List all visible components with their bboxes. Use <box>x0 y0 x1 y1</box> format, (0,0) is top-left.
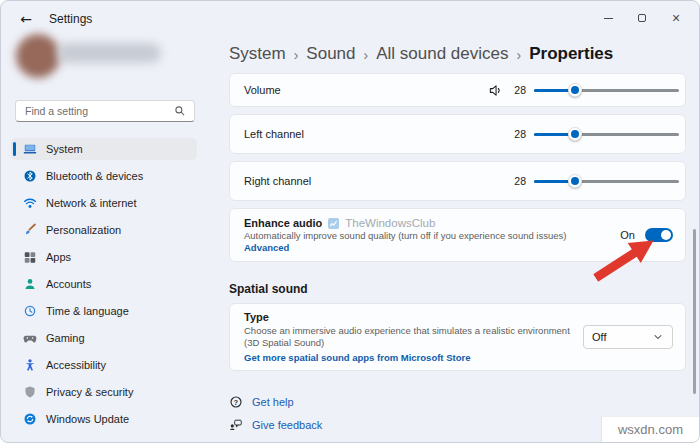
spatial-sound-type-row: Type Choose an immersive audio experienc… <box>229 303 686 371</box>
sidebar-item-label: Windows Update <box>46 413 129 425</box>
minimize-button[interactable] <box>591 1 625 35</box>
search-input[interactable] <box>16 105 174 117</box>
sidebar-item-label: Network & internet <box>46 197 136 209</box>
paintbrush-icon <box>23 223 37 237</box>
give-feedback-label: Give feedback <box>252 419 322 431</box>
page-title: Properties <box>529 44 613 64</box>
microsoft-store-link[interactable]: Get more spatial sound apps from Microso… <box>244 352 579 363</box>
search-icon <box>174 105 186 117</box>
back-button[interactable]: ← <box>15 8 37 30</box>
bluetooth-icon <box>23 169 37 183</box>
back-arrow-icon: ← <box>20 11 32 27</box>
breadcrumb-all-sound-devices[interactable]: All sound devices <box>376 44 508 64</box>
breadcrumb-sound[interactable]: Sound <box>306 44 355 64</box>
sidebar-item-label: Apps <box>46 251 71 263</box>
sidebar-item-time-language[interactable]: Time & language <box>11 300 197 322</box>
minimize-icon <box>604 18 613 19</box>
chevron-down-icon <box>652 331 664 343</box>
enhance-audio-description: Automatically improve sound quality (tur… <box>244 230 566 241</box>
sidebar-item-label: Accessibility <box>46 359 106 371</box>
sidebar-item-gaming[interactable]: Gaming <box>11 327 197 349</box>
update-icon <box>23 412 37 426</box>
speaker-icon[interactable] <box>488 83 503 98</box>
system-icon <box>23 142 37 156</box>
sidebar-item-accounts[interactable]: Accounts <box>11 273 197 295</box>
left-channel-label: Left channel <box>244 128 304 140</box>
sidebar: System Bluetooth & devices Network & int… <box>1 37 213 442</box>
vertical-scrollbar[interactable] <box>693 229 696 394</box>
enhance-audio-label: Enhance audio <box>244 217 322 229</box>
window-controls: × <box>591 1 693 35</box>
main-content: System › Sound › All sound devices › Pro… <box>229 37 686 432</box>
sidebar-item-label: Time & language <box>46 305 129 317</box>
titlebar: ← Settings × <box>1 1 699 37</box>
clock-icon <box>23 304 37 318</box>
thewindowsclub-watermark: TheWindowsClub <box>345 217 435 229</box>
svg-text:?: ? <box>234 399 238 406</box>
left-channel-value: 28 <box>511 128 526 140</box>
dropdown-value: Off <box>592 331 606 343</box>
apps-icon <box>23 250 37 264</box>
maximize-button[interactable] <box>625 1 659 35</box>
spatial-sound-header: Spatial sound <box>229 282 686 296</box>
wifi-icon <box>23 196 37 210</box>
chevron-right-icon: › <box>294 46 299 63</box>
type-label: Type <box>244 311 579 323</box>
sidebar-item-system[interactable]: System <box>11 138 197 160</box>
volume-label: Volume <box>244 84 281 96</box>
left-channel-slider[interactable] <box>534 127 679 141</box>
chevron-right-icon: › <box>517 46 522 63</box>
advanced-link[interactable]: Advanced <box>244 242 566 253</box>
chevron-right-icon: › <box>364 46 369 63</box>
sidebar-item-windows-update[interactable]: Windows Update <box>11 408 197 430</box>
sidebar-item-label: Privacy & security <box>46 386 133 398</box>
search-box[interactable] <box>15 100 195 122</box>
sidebar-item-label: System <box>46 143 83 155</box>
sidebar-item-apps[interactable]: Apps <box>11 246 197 268</box>
site-watermark-text: wsxdn.com <box>618 422 683 437</box>
site-watermark: wsxdn.com <box>601 416 699 442</box>
accessibility-person-icon <box>23 358 37 372</box>
window-title: Settings <box>49 12 92 26</box>
gamepad-icon <box>23 331 37 345</box>
sidebar-item-personalization[interactable]: Personalization <box>11 219 197 241</box>
get-help-link[interactable]: ? Get help <box>229 395 686 409</box>
toggle-knob <box>661 230 671 240</box>
right-channel-row: Right channel 28 <box>229 161 686 201</box>
person-icon <box>23 277 37 291</box>
volume-slider[interactable] <box>534 83 679 97</box>
sidebar-item-label: Personalization <box>46 224 121 236</box>
sidebar-item-label: Gaming <box>46 332 85 344</box>
selected-accent-bar <box>13 142 16 156</box>
slider-thumb[interactable] <box>568 83 582 97</box>
settings-window: ← Settings × System Bluetooth & dev <box>0 0 700 443</box>
slider-thumb[interactable] <box>568 127 582 141</box>
breadcrumb: System › Sound › All sound devices › Pro… <box>229 41 686 67</box>
sidebar-item-accessibility[interactable]: Accessibility <box>11 354 197 376</box>
slider-thumb[interactable] <box>568 174 582 188</box>
avatar[interactable] <box>16 34 60 78</box>
sidebar-item-privacy-security[interactable]: Privacy & security <box>11 381 197 403</box>
maximize-icon <box>638 14 646 22</box>
user-name-blurred <box>57 43 161 63</box>
right-channel-value: 28 <box>511 175 526 187</box>
sidebar-item-label: Accounts <box>46 278 91 290</box>
thewindowsclub-logo-icon <box>328 218 339 229</box>
help-icon: ? <box>229 395 243 409</box>
feedback-icon <box>229 418 243 432</box>
volume-value: 28 <box>511 84 526 96</box>
left-channel-row: Left channel 28 <box>229 114 686 154</box>
right-channel-label: Right channel <box>244 175 311 187</box>
sidebar-item-bluetooth-devices[interactable]: Bluetooth & devices <box>11 165 197 187</box>
shield-icon <box>23 385 37 399</box>
sidebar-item-network-internet[interactable]: Network & internet <box>11 192 197 214</box>
get-help-label: Get help <box>252 396 294 408</box>
close-icon: × <box>672 11 680 25</box>
sidebar-nav: System Bluetooth & devices Network & int… <box>11 138 197 430</box>
close-button[interactable]: × <box>659 1 693 35</box>
sidebar-item-label: Bluetooth & devices <box>46 170 143 182</box>
spatial-sound-dropdown[interactable]: Off <box>583 325 673 349</box>
breadcrumb-system[interactable]: System <box>229 44 286 64</box>
right-channel-slider[interactable] <box>534 174 679 188</box>
type-description: Choose an immersive audio experience tha… <box>244 325 579 349</box>
